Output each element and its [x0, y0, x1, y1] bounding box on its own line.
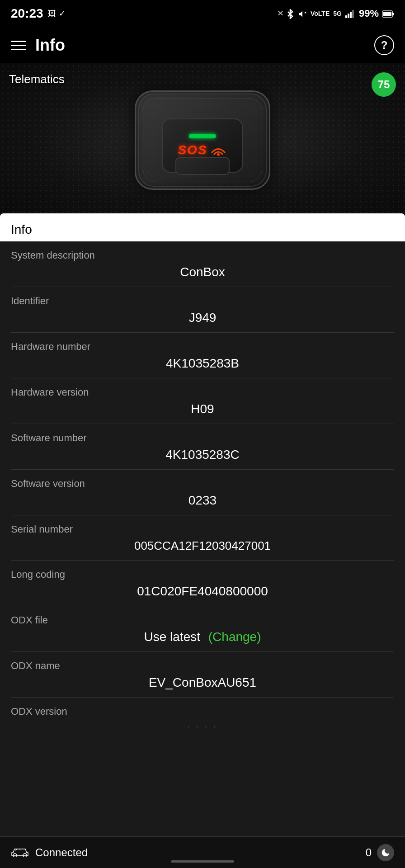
field-system-description: System description ConBox	[11, 241, 394, 287]
hero-image-container: SOS Telematics 75	[0, 63, 405, 217]
field-value-odx-version: · · · ·	[11, 721, 394, 731]
status-bar: 20:23 🖼 ✓ ⨯ VoLTE 5G	[0, 0, 405, 27]
field-value-odx-file: Use latest (Change)	[11, 630, 394, 644]
mute-icon	[298, 9, 307, 18]
right-section: 0	[366, 844, 394, 861]
info-fields-container: System description ConBox Identifier J94…	[0, 241, 405, 775]
photo-icon: 🖼	[48, 9, 56, 19]
volte-icon: VoLTE	[311, 10, 330, 17]
field-serial-number: Serial number 005CCA12F12030427001	[11, 515, 394, 561]
device-illustration: SOS	[126, 81, 279, 199]
green-led	[189, 134, 216, 138]
device-button	[175, 157, 230, 175]
field-value-software-version: 0233	[11, 493, 394, 508]
connected-section: Connected	[11, 845, 88, 860]
bluetooth-icon: ⨯	[277, 8, 294, 19]
app-bar: Info ?	[0, 27, 405, 63]
svg-rect-3	[348, 14, 349, 18]
field-software-version: Software version 0233	[11, 470, 394, 515]
field-label-odx-name: ODX name	[11, 660, 394, 672]
status-icons: 🖼 ✓	[48, 9, 66, 19]
field-label-software-number: Software number	[11, 432, 394, 444]
help-icon-label: ?	[381, 39, 388, 52]
sos-display: SOS	[178, 143, 227, 157]
field-label-odx-version: ODX version	[11, 706, 394, 717]
field-value-software-number: 4K1035283C	[11, 448, 394, 462]
menu-button[interactable]	[11, 41, 26, 50]
field-hardware-number: Hardware number 4K1035283B	[11, 333, 394, 378]
menu-line-1	[11, 41, 26, 42]
field-odx-file: ODX file Use latest (Change)	[11, 606, 394, 652]
info-card-header: Info	[0, 213, 405, 241]
field-label-serial-number: Serial number	[11, 524, 394, 535]
battery-percentage: 99%	[359, 8, 379, 19]
svg-rect-7	[383, 12, 391, 16]
field-label-hardware-version: Hardware version	[11, 387, 394, 398]
home-indicator	[171, 860, 234, 863]
field-label-long-coding: Long coding	[11, 569, 394, 580]
field-label-identifier: Identifier	[11, 295, 394, 307]
field-value-odx-name: EV_ConBoxAU651	[11, 675, 394, 690]
odx-change-button[interactable]: (Change)	[208, 630, 261, 644]
status-left: 20:23 🖼 ✓	[11, 6, 66, 21]
field-odx-version: ODX version · · · ·	[11, 698, 394, 739]
field-software-number: Software number 4K1035283C	[11, 424, 394, 470]
field-value-system-description: ConBox	[11, 265, 394, 279]
5g-icon: 5G	[333, 10, 342, 17]
help-button[interactable]: ?	[374, 35, 394, 55]
svg-rect-5	[352, 10, 354, 18]
connected-label: Connected	[35, 846, 88, 859]
odx-file-use-latest: Use latest	[144, 630, 200, 644]
status-right: ⨯ VoLTE 5G 99%	[277, 8, 394, 19]
menu-line-2	[11, 45, 26, 46]
field-label-odx-file: ODX file	[11, 614, 394, 626]
field-long-coding: Long coding 01C020FE4040800000	[11, 561, 394, 606]
bottom-bar: Connected 0	[0, 836, 405, 868]
field-value-hardware-version: H09	[11, 402, 394, 416]
field-hardware-version: Hardware version H09	[11, 378, 394, 424]
field-value-hardware-number: 4K1035283B	[11, 356, 394, 371]
field-label-system-description: System description	[11, 250, 394, 261]
notification-count: 0	[366, 846, 372, 859]
field-value-serial-number: 005CCA12F12030427001	[11, 539, 394, 553]
sos-label: SOS	[178, 143, 207, 157]
check-icon: ✓	[59, 9, 66, 19]
svg-point-13	[217, 153, 220, 156]
status-time: 20:23	[11, 6, 43, 21]
telematics-label: Telematics	[9, 72, 65, 86]
svg-rect-2	[345, 15, 347, 18]
field-value-identifier: J949	[11, 311, 394, 325]
svg-rect-8	[392, 13, 394, 15]
battery-icon	[382, 9, 394, 19]
menu-line-3	[11, 49, 26, 50]
field-label-software-version: Software version	[11, 478, 394, 490]
moon-icon[interactable]	[377, 844, 394, 861]
car-icon	[11, 845, 29, 860]
hero-image: SOS	[0, 63, 405, 217]
info-card-title: Info	[11, 222, 32, 236]
field-label-hardware-number: Hardware number	[11, 341, 394, 353]
page-title: Info	[35, 36, 374, 55]
field-odx-name: ODX name EV_ConBoxAU651	[11, 652, 394, 698]
field-value-long-coding: 01C020FE4040800000	[11, 584, 394, 599]
device-outer-shell: SOS	[135, 90, 270, 190]
svg-rect-4	[350, 12, 352, 18]
signal-icon	[345, 9, 355, 19]
field-identifier: Identifier J949	[11, 287, 394, 333]
score-badge: 75	[372, 72, 396, 97]
